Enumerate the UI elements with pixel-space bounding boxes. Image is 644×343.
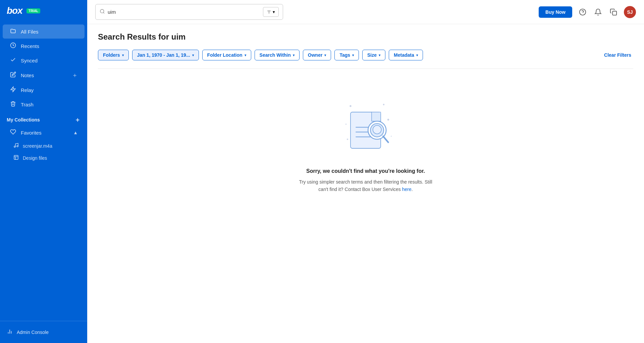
topbar: ▾ Buy Now SJ — [87, 0, 644, 24]
admin-console-icon — [7, 329, 13, 336]
filter-folder-location-caret: ▾ — [245, 53, 246, 57]
sidebar-item-favorites-label: Favorites — [21, 130, 42, 136]
notes-add-icon[interactable]: ＋ — [72, 71, 78, 79]
filters-bar: Folders ▾ Jan 1, 1970 - Jan 1, 19... ▾ F… — [98, 50, 633, 60]
clear-filters-button[interactable]: Clear Filters — [602, 50, 633, 60]
all-files-icon — [9, 28, 17, 35]
filter-search-within-label: Search Within — [260, 52, 291, 58]
svg-rect-15 — [612, 11, 616, 15]
filter-folders-label: Folders — [103, 52, 120, 58]
collections-add-icon[interactable]: ＋ — [74, 116, 80, 124]
filter-owner[interactable]: Owner ▾ — [303, 50, 331, 60]
sidebar-item-screenjar[interactable]: screenjar.m4a — [3, 140, 85, 152]
svg-point-2 — [14, 146, 15, 147]
user-avatar[interactable]: SJ — [624, 6, 636, 18]
checklist-button[interactable] — [608, 7, 619, 17]
sidebar-item-notes[interactable]: Notes ＋ — [3, 68, 85, 83]
divider — [98, 68, 633, 69]
admin-console-label: Admin Console — [17, 330, 49, 335]
filter-tags-caret: ▾ — [352, 53, 354, 57]
filter-search-within-caret: ▾ — [293, 53, 294, 57]
svg-point-21 — [391, 136, 392, 137]
sidebar-item-recents[interactable]: Recents — [3, 39, 85, 53]
sidebar-item-recents-label: Recents — [21, 43, 39, 49]
filter-date-range-caret: ▾ — [192, 53, 194, 57]
filter-date-range-label: Jan 1, 1970 - Jan 1, 19... — [137, 52, 190, 58]
svg-marker-1 — [11, 87, 15, 92]
svg-point-8 — [100, 9, 104, 13]
sidebar-item-trash-label: Trash — [21, 102, 34, 107]
my-collections-label: My Collections — [7, 117, 40, 122]
notes-icon — [9, 71, 17, 79]
admin-console-item[interactable]: Admin Console — [3, 325, 85, 339]
sidebar-item-all-files-label: All Files — [21, 29, 39, 35]
filter-size[interactable]: Size ▾ — [362, 50, 385, 60]
sidebar-item-screenjar-label: screenjar.m4a — [23, 143, 52, 149]
empty-state-title: Sorry, we couldn't find what you're look… — [306, 168, 425, 174]
sidebar: box TRIAL All Files Recents Synced — [0, 0, 87, 343]
filter-folders[interactable]: Folders ▾ — [98, 50, 129, 60]
sidebar-item-favorites[interactable]: Favorites ▲ — [3, 126, 85, 140]
search-input[interactable] — [108, 9, 260, 15]
empty-state-link-suffix: . — [412, 187, 413, 192]
page-title: Search Results for uim — [98, 32, 633, 42]
sidebar-nav: All Files Recents Synced Notes ＋ R — [0, 21, 87, 321]
search-box: ▾ — [95, 4, 283, 20]
empty-state-description: Try using simpler search terms and then … — [295, 178, 436, 193]
svg-point-16 — [350, 105, 351, 107]
buy-now-button[interactable]: Buy Now — [539, 6, 572, 18]
filter-size-label: Size — [367, 52, 377, 58]
sidebar-item-design-files-label: Design files — [23, 155, 47, 161]
favorites-icon — [9, 129, 17, 136]
screenjar-icon — [13, 143, 19, 149]
main-content: ▾ Buy Now SJ Search Results for uim Fold… — [87, 0, 644, 343]
sidebar-item-design-files[interactable]: Design files — [3, 152, 85, 164]
notifications-button[interactable] — [593, 7, 603, 17]
filter-folder-location-label: Folder Location — [207, 52, 243, 58]
trial-badge: TRIAL — [26, 8, 40, 13]
filter-owner-label: Owner — [308, 52, 323, 58]
svg-line-30 — [383, 136, 388, 142]
filter-owner-caret: ▾ — [324, 53, 326, 57]
logo-area: box TRIAL — [0, 0, 87, 21]
filter-tags[interactable]: Tags ▾ — [334, 50, 359, 60]
sidebar-bottom: Admin Console — [0, 321, 87, 343]
brand-logo: box — [7, 5, 22, 16]
svg-rect-4 — [14, 155, 18, 159]
filter-folder-location[interactable]: Folder Location ▾ — [202, 50, 251, 60]
svg-point-31 — [373, 126, 381, 134]
svg-point-22 — [347, 139, 348, 140]
svg-point-19 — [387, 119, 389, 120]
sidebar-item-synced[interactable]: Synced — [3, 53, 85, 67]
filter-metadata-label: Metadata — [394, 52, 414, 58]
content-area: Search Results for uim Folders ▾ Jan 1, … — [87, 24, 644, 343]
filter-date-range[interactable]: Jan 1, 1970 - Jan 1, 19... ▾ — [132, 50, 199, 60]
svg-point-17 — [383, 104, 385, 105]
sidebar-item-notes-label: Notes — [21, 72, 34, 78]
sidebar-item-all-files[interactable]: All Files — [3, 24, 85, 39]
empty-state-link[interactable]: here — [402, 187, 412, 192]
filter-search-within[interactable]: Search Within ▾ — [255, 50, 300, 60]
empty-state: Sorry, we couldn't find what you're look… — [98, 77, 633, 213]
filter-metadata[interactable]: Metadata ▾ — [389, 50, 423, 60]
sidebar-item-trash[interactable]: Trash — [3, 97, 85, 111]
favorites-chevron-icon: ▲ — [73, 130, 78, 135]
svg-point-18 — [345, 124, 347, 125]
recents-icon — [9, 42, 17, 50]
my-collections-section[interactable]: My Collections ＋ — [0, 112, 87, 125]
filter-metadata-caret: ▾ — [416, 53, 418, 57]
search-icon — [100, 9, 105, 15]
search-filter-caret: ▾ — [273, 9, 275, 14]
relay-icon — [9, 86, 17, 94]
trash-icon — [9, 101, 17, 108]
search-filter-button[interactable]: ▾ — [263, 7, 279, 17]
empty-illustration — [332, 97, 399, 157]
sidebar-item-synced-label: Synced — [21, 58, 38, 63]
svg-point-3 — [17, 146, 18, 147]
filter-folders-caret: ▾ — [122, 53, 124, 57]
sidebar-item-relay[interactable]: Relay — [3, 83, 85, 97]
svg-rect-24 — [372, 112, 381, 121]
design-files-icon — [13, 155, 19, 161]
synced-icon — [9, 57, 17, 64]
help-button[interactable] — [578, 7, 588, 17]
